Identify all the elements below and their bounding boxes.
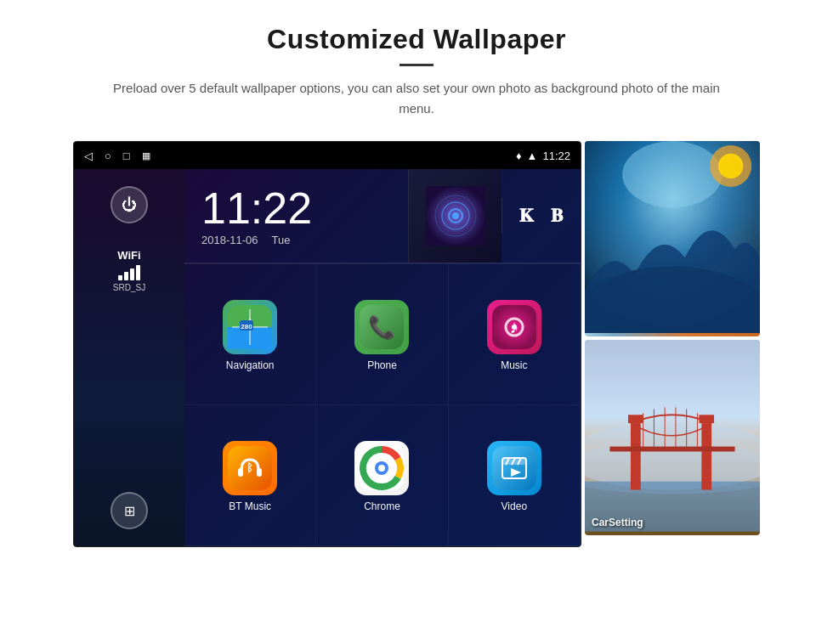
page-container: Customized Wallpaper Preload over 5 defa… — [0, 0, 833, 644]
android-screen: ◁ ○ □ ▦ ♦ ▲ 11:22 ⏻ WiFi — [73, 141, 581, 547]
chrome-svg — [360, 446, 404, 490]
phone-svg: 📞 — [360, 305, 404, 349]
svg-rect-19 — [238, 468, 243, 477]
signal-icon: ▲ — [527, 150, 538, 162]
music-icon: ♪ — [487, 300, 541, 354]
screenshot-icon[interactable]: ▦ — [142, 150, 150, 161]
header: Customized Wallpaper Preload over 5 defa… — [42, 0, 790, 133]
app-video[interactable]: Video — [449, 405, 581, 546]
status-time: 11:22 — [542, 150, 570, 162]
music-label: Music — [501, 359, 527, 371]
back-icon[interactable]: ◁ — [84, 150, 93, 162]
shortcut-b[interactable]: 𝐁 — [551, 205, 564, 227]
svg-rect-51 — [628, 415, 643, 423]
navigation-icon: 280 — [223, 300, 277, 354]
wifi-bar-1 — [118, 275, 122, 280]
power-button[interactable]: ⏻ — [110, 186, 148, 223]
chrome-label: Chrome — [364, 500, 400, 512]
app-chrome[interactable]: Chrome — [316, 405, 448, 546]
clock-date-value: 2018-11-06 — [201, 234, 258, 246]
status-bar-left: ◁ ○ □ ▦ — [84, 150, 150, 162]
btmusic-icon: ᛒ — [223, 441, 277, 495]
status-bar-right: ♦ ▲ 11:22 — [516, 150, 570, 162]
ice-cave-svg — [585, 141, 760, 333]
video-label: Video — [502, 500, 527, 512]
navigation-label: Navigation — [226, 359, 275, 371]
clock-time: 11:22 — [201, 186, 391, 230]
svg-point-37 — [718, 154, 743, 178]
svg-point-35 — [622, 141, 722, 207]
recents-icon[interactable]: □ — [123, 150, 130, 162]
shortcut-k[interactable]: 𝐊 — [519, 205, 534, 227]
page-title: Customized Wallpaper — [110, 24, 722, 55]
app-music[interactable]: ♪ Music — [449, 264, 581, 405]
status-bar: ◁ ○ □ ▦ ♦ ▲ 11:22 — [74, 142, 581, 169]
svg-text:280: 280 — [241, 323, 252, 330]
music-svg: ♪ — [492, 305, 536, 349]
screen-body: ⏻ WiFi SRD_SJ ⊞ — [74, 169, 581, 546]
app-navigation[interactable]: 280 Navigation — [184, 264, 316, 405]
svg-point-25 — [378, 465, 385, 472]
clock-widget: 11:22 2018-11-06 Tue — [184, 172, 408, 260]
media-icon — [426, 186, 485, 246]
wifi-label: WiFi — [113, 249, 145, 262]
media-widget[interactable] — [408, 169, 502, 263]
phone-icon: 📞 — [354, 300, 409, 354]
svg-rect-52 — [699, 415, 714, 423]
carsetting-label: CarSetting — [592, 517, 643, 528]
svg-text:♪: ♪ — [509, 316, 518, 337]
clock-section: 11:22 2018-11-06 Tue — [184, 169, 581, 263]
video-icon — [487, 441, 541, 495]
home-icon[interactable]: ○ — [105, 150, 111, 162]
header-divider — [400, 64, 434, 66]
sidebar-apps-button[interactable]: ⊞ — [110, 492, 148, 529]
wifi-bar-2 — [124, 272, 128, 280]
app-btmusic[interactable]: ᛒ BT Music — [184, 405, 316, 546]
main-content: 11:22 2018-11-06 Tue — [184, 169, 581, 546]
svg-text:ᛒ: ᛒ — [246, 461, 253, 474]
left-sidebar: ⏻ WiFi SRD_SJ ⊞ — [74, 169, 184, 546]
content-area: ◁ ○ □ ▦ ♦ ▲ 11:22 ⏻ WiFi — [0, 141, 833, 547]
navigation-svg: 280 — [228, 305, 272, 349]
svg-rect-20 — [257, 468, 262, 477]
svg-point-4 — [452, 212, 459, 219]
header-description: Preload over 5 default wallpaper options… — [110, 78, 722, 119]
svg-rect-26 — [492, 446, 536, 490]
location-icon: ♦ — [516, 150, 522, 162]
golden-gate-svg — [585, 340, 760, 532]
svg-rect-43 — [701, 423, 711, 489]
wifi-bars — [113, 265, 145, 280]
wallpaper-panel: CarSetting — [581, 141, 760, 535]
apps-grid-icon[interactable]: ⊞ — [110, 492, 148, 529]
wifi-bar-4 — [136, 265, 140, 280]
wifi-bar-3 — [130, 268, 134, 280]
wifi-ssid: SRD_SJ — [113, 283, 145, 292]
video-svg — [492, 446, 536, 490]
clock-day-value: Tue — [272, 234, 291, 246]
shortcut-row: 𝐊 𝐁 — [502, 198, 581, 234]
phone-label: Phone — [367, 359, 397, 371]
btmusic-label: BT Music — [229, 500, 271, 512]
clock-date: 2018-11-06 Tue — [201, 234, 391, 246]
wifi-widget: WiFi SRD_SJ — [113, 249, 145, 292]
wallpaper-golden-gate[interactable]: CarSetting — [585, 340, 760, 535]
svg-rect-50 — [609, 447, 734, 452]
svg-text:📞: 📞 — [368, 314, 396, 341]
apps-grid: 280 Navigation — [184, 263, 581, 546]
svg-rect-42 — [631, 423, 641, 489]
app-phone[interactable]: 📞 Phone — [316, 264, 448, 405]
wallpaper-ice-cave[interactable] — [585, 141, 760, 336]
btmusic-svg: ᛒ — [228, 446, 272, 490]
chrome-icon — [354, 441, 409, 495]
